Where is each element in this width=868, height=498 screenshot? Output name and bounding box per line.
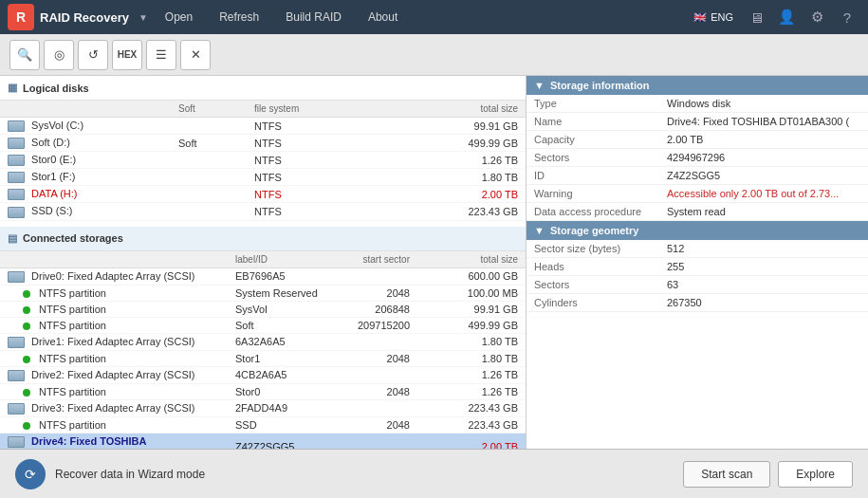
drive-size: 600.00 GB	[417, 267, 526, 285]
disk-name: DATA (H:)	[0, 186, 171, 203]
logical-disk-row[interactable]: SSD (S:) NTFS 223.43 GB	[0, 203, 526, 220]
partition-start: 209715200	[332, 317, 417, 333]
cs-col-size: total size	[417, 251, 526, 268]
storage-info-title: Storage information	[550, 80, 650, 91]
hex-tool-btn[interactable]: HEX	[112, 40, 142, 70]
partition-row[interactable]: NTFS partition SSD 2048 223.43 GB	[0, 416, 526, 433]
toolbar: 🔍 ◎ ↺ HEX ☰ ✕	[0, 34, 868, 76]
drive-row[interactable]: Drive0: Fixed Adaptec Array (SCSI) EB769…	[0, 267, 526, 285]
geo-arrow-icon: ▼	[534, 225, 545, 236]
explore-button[interactable]: Explore	[778, 461, 853, 488]
drive-icon	[8, 436, 25, 448]
logical-disk-row[interactable]: Stor0 (E:) NTFS 1.26 TB	[0, 152, 526, 169]
storage-geometry-table: Sector size (bytes) 512 Heads 255 Sector…	[526, 240, 868, 312]
partition-row[interactable]: NTFS partition Soft 209715200 499.99 GB	[0, 317, 526, 333]
disk-size: 2.00 TB	[323, 186, 526, 203]
logical-disk-row[interactable]: Soft (D:) Soft NTFS 499.99 GB	[0, 135, 526, 152]
drive-row[interactable]: Drive4: Fixed TOSHIBA DT01ABA300... Z42Z…	[0, 433, 526, 449]
partition-size: 1.26 TB	[417, 383, 526, 399]
info-value: System read	[659, 203, 868, 221]
nav-arrow[interactable]: ▼	[139, 12, 148, 23]
disk-name: Stor0 (E:)	[0, 152, 171, 169]
cs-col-label: label/ID	[228, 251, 332, 268]
nav-menu: ▼ Open Refresh Build RAID About	[139, 0, 693, 34]
geometry-row: Heads 255	[526, 258, 868, 276]
drive-label: EB7696A5	[228, 267, 332, 285]
right-panel: ▼ Storage information Type Windows disk …	[526, 76, 868, 449]
drive-row[interactable]: Drive2: Fixed Adaptec Array (SCSI) 4CB2A…	[0, 366, 526, 383]
start-scan-button[interactable]: Start scan	[683, 461, 770, 488]
monitor-icon-btn[interactable]: 🖥	[743, 4, 769, 30]
partition-size: 499.99 GB	[417, 317, 526, 333]
partition-dot	[23, 323, 30, 330]
topbar: R RAID Recovery ▼ Open Refresh Build RAI…	[0, 0, 868, 34]
storage-geometry-title: Storage geometry	[550, 225, 639, 236]
partition-label: SysVol	[228, 301, 332, 317]
disk-soft: Soft	[171, 135, 247, 152]
drive-icon	[8, 271, 25, 283]
drive-size: 2.00 TB	[417, 433, 526, 449]
recover-tool-btn[interactable]: ↺	[78, 40, 108, 70]
logical-disks-icon: ▦	[8, 82, 17, 94]
close-tool-btn[interactable]: ✕	[180, 40, 211, 70]
drive-size: 1.80 TB	[417, 333, 526, 350]
drive-start	[332, 433, 417, 449]
logical-disk-row[interactable]: SysVol (C:) NTFS 99.91 GB	[0, 118, 526, 135]
bottom-buttons: Start scan Explore	[683, 461, 853, 488]
col-size-header: total size	[323, 101, 526, 118]
list-tool-btn[interactable]: ☰	[146, 40, 176, 70]
disk-icon	[8, 207, 25, 218]
main-area: ▦ Logical disks Soft file system total s…	[0, 76, 868, 449]
disk-soft	[171, 152, 247, 169]
info-label: Warning	[526, 185, 659, 203]
nav-build-raid[interactable]: Build RAID	[272, 0, 355, 34]
connected-storages-title: Connected storages	[23, 232, 123, 244]
disk-fs: NTFS	[247, 135, 323, 152]
partition-label: System Reserved	[228, 285, 332, 301]
disk-icon	[8, 155, 25, 166]
drive-label: 6A32A6A5	[228, 333, 332, 350]
partition-row[interactable]: NTFS partition Stor1 2048 1.80 TB	[0, 350, 526, 366]
partition-start: 2048	[332, 285, 417, 301]
logical-disk-row[interactable]: Stor1 (F:) NTFS 1.80 TB	[0, 169, 526, 186]
disk-fs: NTFS	[247, 118, 323, 135]
nav-refresh[interactable]: Refresh	[206, 0, 272, 34]
language-selector[interactable]: 🇬🇧 ENG	[693, 11, 733, 24]
storage-geometry-header: ▼ Storage geometry	[526, 221, 868, 240]
partition-row[interactable]: NTFS partition SysVol 206848 99.91 GB	[0, 301, 526, 317]
drive-size: 223.43 GB	[417, 399, 526, 416]
disk-soft	[171, 203, 247, 220]
bottombar: ⟳ Recover data in Wizard mode Start scan…	[0, 449, 868, 498]
partition-dot	[23, 422, 30, 430]
user-icon-btn[interactable]: 👤	[773, 4, 800, 30]
partition-name: NTFS partition	[0, 285, 228, 301]
nav-about[interactable]: About	[355, 0, 411, 34]
info-arrow-icon: ▼	[534, 80, 545, 91]
scan-icon: ◎	[54, 47, 65, 62]
info-row: ID Z4Z2SGG5	[526, 167, 868, 185]
flag-icon: 🇬🇧	[693, 11, 707, 24]
help-icon-btn[interactable]: ?	[834, 4, 860, 30]
wizard-area: ⟳ Recover data in Wizard mode	[15, 459, 205, 489]
scan-tool-btn[interactable]: ◎	[44, 40, 74, 70]
info-value: Z4Z2SGG5	[659, 167, 868, 185]
lang-code: ENG	[711, 11, 733, 23]
search-tool-btn[interactable]: 🔍	[9, 40, 40, 70]
partition-row[interactable]: NTFS partition System Reserved 2048 100.…	[0, 285, 526, 301]
info-label: Type	[526, 95, 659, 113]
col-name-header	[0, 101, 171, 118]
disk-icon	[8, 172, 25, 183]
info-value: 4294967296	[659, 149, 868, 167]
hex-icon: HEX	[118, 49, 138, 60]
logical-disk-row[interactable]: DATA (H:) NTFS 2.00 TB	[0, 186, 526, 203]
settings-icon-btn[interactable]: ⚙	[803, 4, 830, 30]
nav-open[interactable]: Open	[152, 0, 206, 34]
disk-size: 223.43 GB	[323, 203, 526, 220]
col-soft-header: Soft	[171, 101, 247, 118]
wizard-icon: ⟳	[15, 459, 46, 489]
partition-row[interactable]: NTFS partition Stor0 2048 1.26 TB	[0, 383, 526, 399]
drive-row[interactable]: Drive3: Fixed Adaptec Array (SCSI) 2FADD…	[0, 399, 526, 416]
geo-value: 255	[659, 258, 868, 276]
drive-row[interactable]: Drive1: Fixed Adaptec Array (SCSI) 6A32A…	[0, 333, 526, 350]
drive-size: 1.26 TB	[417, 366, 526, 383]
